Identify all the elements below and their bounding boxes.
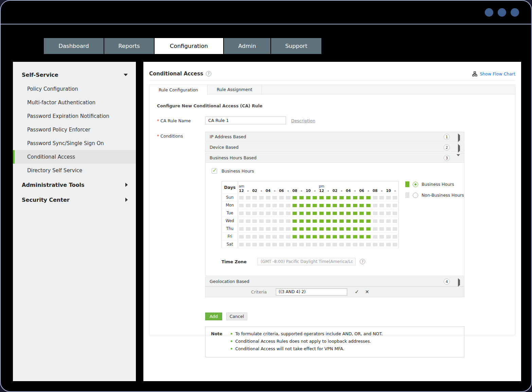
criteria-confirm-icon[interactable]: ✓ [355, 289, 359, 295]
hour-cell[interactable] [292, 227, 297, 231]
nav-tab-reports[interactable]: Reports [104, 38, 154, 54]
hour-cell[interactable] [386, 227, 391, 231]
hour-cell[interactable] [339, 235, 344, 238]
hour-cell[interactable] [299, 219, 304, 223]
hour-cell[interactable] [339, 204, 344, 207]
hour-cell[interactable] [379, 196, 384, 199]
hour-cell[interactable] [359, 196, 364, 199]
tab-rule-configuration[interactable]: Rule Configuration [149, 85, 208, 95]
sidebar-item-password-sync-single-sign-on[interactable]: Password Sync/Single Sign On [13, 137, 136, 150]
sidebar-item-password-expiration-notification[interactable]: Password Expiration Notification [13, 109, 136, 123]
hour-cell[interactable] [373, 243, 377, 246]
hour-cell[interactable] [386, 243, 391, 246]
hour-cell[interactable] [373, 227, 377, 231]
hour-cell[interactable] [386, 204, 391, 207]
hour-cell[interactable] [333, 219, 337, 223]
sidebar-section-administrative-tools[interactable]: Administrative Tools [13, 177, 136, 192]
hour-cell[interactable] [326, 243, 331, 246]
hour-cell[interactable] [306, 219, 311, 223]
hour-cell[interactable] [333, 243, 337, 246]
hour-cell[interactable] [286, 243, 290, 246]
hour-cell[interactable] [319, 219, 324, 223]
hour-cell[interactable] [279, 235, 284, 238]
hour-cell[interactable] [339, 212, 344, 215]
hour-cell[interactable] [299, 243, 304, 246]
hour-cell[interactable] [266, 196, 270, 199]
hour-cell[interactable] [292, 204, 297, 207]
hour-cell[interactable] [326, 235, 331, 238]
hour-cell[interactable] [306, 212, 311, 215]
sidebar-item-multi-factor-authentication[interactable]: Multi-factor Authentication [13, 96, 136, 109]
hour-cell[interactable] [393, 204, 397, 207]
hour-cell[interactable] [393, 219, 397, 223]
hour-cell[interactable] [386, 235, 391, 238]
hour-cell[interactable] [272, 219, 277, 223]
hour-cell[interactable] [373, 204, 377, 207]
hour-cell[interactable] [393, 235, 397, 238]
hour-cell[interactable] [333, 212, 337, 215]
non-business-hours-radio[interactable] [413, 193, 418, 198]
hour-cell[interactable] [246, 212, 250, 215]
hour-cell[interactable] [366, 212, 371, 215]
hour-cell[interactable] [259, 212, 264, 215]
accordion-business-hours-based[interactable]: Business Hours Based 3 [205, 153, 464, 163]
time-zone-input[interactable] [258, 258, 356, 265]
hour-cell[interactable] [393, 212, 397, 215]
hour-cell[interactable] [346, 227, 351, 231]
description-link[interactable]: Description [291, 117, 315, 124]
hour-cell[interactable] [393, 196, 397, 199]
hour-cell[interactable] [326, 196, 331, 199]
tab-rule-assignment[interactable]: Rule Assignment [208, 85, 262, 94]
hour-cell[interactable] [272, 196, 277, 199]
hour-cell[interactable] [333, 196, 337, 199]
accordion-device-based[interactable]: Device Based 2 [205, 142, 464, 152]
hour-cell[interactable] [339, 243, 344, 246]
hour-cell[interactable] [299, 196, 304, 199]
hour-cell[interactable] [346, 219, 351, 223]
sidebar-item-directory-self-service[interactable]: Directory Self Service [13, 164, 136, 177]
ca-rule-name-input[interactable] [205, 117, 286, 124]
hour-cell[interactable] [279, 196, 284, 199]
hour-cell[interactable] [379, 235, 384, 238]
hour-cell[interactable] [353, 196, 357, 199]
cancel-button[interactable]: Cancel [226, 313, 247, 320]
hour-cell[interactable] [379, 219, 384, 223]
hour-cell[interactable] [319, 212, 324, 215]
hour-cell[interactable] [246, 204, 250, 207]
hour-cell[interactable] [353, 212, 357, 215]
hour-cell[interactable] [286, 227, 290, 231]
hour-cell[interactable] [353, 204, 357, 207]
hour-cell[interactable] [313, 219, 317, 223]
hour-cell[interactable] [239, 243, 244, 246]
hour-cell[interactable] [373, 235, 377, 238]
hour-cell[interactable] [246, 243, 250, 246]
hour-cell[interactable] [306, 243, 311, 246]
hour-cell[interactable] [379, 227, 384, 231]
hour-cell[interactable] [319, 196, 324, 199]
hour-cell[interactable] [366, 227, 371, 231]
hour-cell[interactable] [366, 204, 371, 207]
criteria-input[interactable] [276, 288, 347, 296]
hour-cell[interactable] [306, 204, 311, 207]
hour-cell[interactable] [239, 196, 244, 199]
hour-cell[interactable] [313, 204, 317, 207]
hour-cell[interactable] [292, 235, 297, 238]
hour-cell[interactable] [346, 196, 351, 199]
hour-cell[interactable] [313, 227, 317, 231]
hour-cell[interactable] [279, 219, 284, 223]
hour-cell[interactable] [366, 243, 371, 246]
hour-cell[interactable] [279, 243, 284, 246]
hour-cell[interactable] [373, 196, 377, 199]
help-icon[interactable]: ? [206, 71, 211, 76]
hour-cell[interactable] [286, 212, 290, 215]
hour-cell[interactable] [246, 196, 250, 199]
hour-cell[interactable] [313, 196, 317, 199]
hour-cell[interactable] [353, 227, 357, 231]
hour-cell[interactable] [359, 212, 364, 215]
nav-tab-dashboard[interactable]: Dashboard [44, 38, 104, 54]
hour-cell[interactable] [373, 212, 377, 215]
hour-cell[interactable] [393, 243, 397, 246]
hour-cell[interactable] [313, 212, 317, 215]
hour-cell[interactable] [359, 227, 364, 231]
hour-cell[interactable] [259, 204, 264, 207]
